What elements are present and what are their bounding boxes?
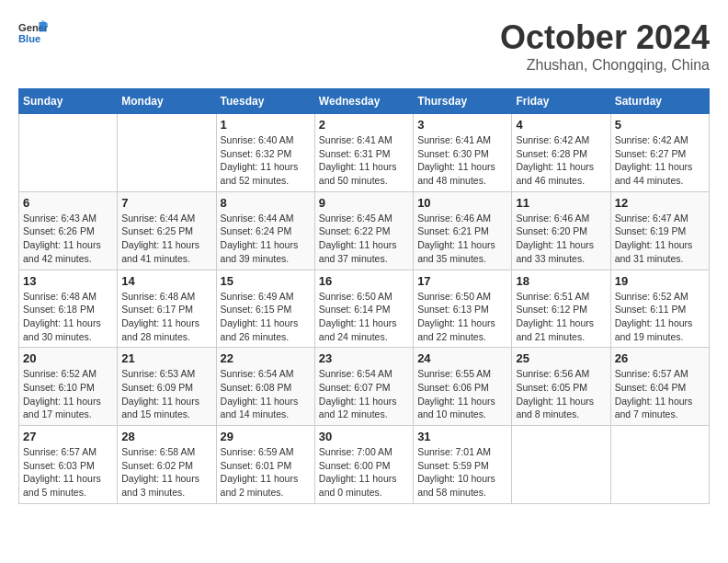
- day-number: 25: [516, 351, 606, 365]
- weekday-header-wednesday: Wednesday: [314, 89, 413, 114]
- day-number: 15: [221, 274, 311, 288]
- day-number: 1: [221, 118, 311, 132]
- svg-text:Blue: Blue: [18, 33, 40, 44]
- calendar-cell: 3Sunrise: 6:41 AMSunset: 6:30 PMDaylight…: [414, 114, 512, 192]
- day-info: Sunrise: 6:55 AMSunset: 6:06 PMDaylight:…: [417, 367, 507, 421]
- day-number: 11: [516, 196, 606, 210]
- day-number: 13: [23, 274, 113, 288]
- calendar-cell: 26Sunrise: 6:57 AMSunset: 6:04 PMDayligh…: [610, 348, 709, 426]
- calendar-cell: 2Sunrise: 6:41 AMSunset: 6:31 PMDaylight…: [314, 114, 413, 192]
- weekday-header-monday: Monday: [118, 89, 216, 114]
- day-number: 31: [417, 430, 507, 443]
- day-info: Sunrise: 6:45 AMSunset: 6:22 PMDaylight:…: [319, 212, 409, 266]
- day-number: 6: [23, 196, 113, 210]
- calendar-cell: 22Sunrise: 6:54 AMSunset: 6:08 PMDayligh…: [216, 348, 314, 426]
- calendar-cell: 31Sunrise: 7:01 AMSunset: 5:59 PMDayligh…: [414, 426, 512, 504]
- day-info: Sunrise: 6:47 AMSunset: 6:19 PMDaylight:…: [615, 212, 705, 266]
- logo-icon: General Blue: [18, 18, 48, 48]
- day-number: 16: [319, 274, 409, 288]
- day-info: Sunrise: 7:00 AMSunset: 6:00 PMDaylight:…: [319, 445, 409, 500]
- calendar-cell: 17Sunrise: 6:50 AMSunset: 6:13 PMDayligh…: [414, 270, 512, 348]
- day-info: Sunrise: 7:01 AMSunset: 5:59 PMDaylight:…: [417, 445, 507, 500]
- day-number: 27: [23, 430, 113, 443]
- day-number: 20: [23, 351, 113, 365]
- calendar-cell: 27Sunrise: 6:57 AMSunset: 6:03 PMDayligh…: [19, 426, 118, 504]
- day-info: Sunrise: 6:54 AMSunset: 6:07 PMDaylight:…: [319, 367, 409, 421]
- day-info: Sunrise: 6:56 AMSunset: 6:05 PMDaylight:…: [516, 367, 606, 421]
- day-number: 10: [417, 196, 507, 210]
- calendar-cell: 4Sunrise: 6:42 AMSunset: 6:28 PMDaylight…: [512, 114, 610, 192]
- calendar-cell: 9Sunrise: 6:45 AMSunset: 6:22 PMDaylight…: [314, 191, 413, 270]
- calendar-cell: 1Sunrise: 6:40 AMSunset: 6:32 PMDaylight…: [216, 114, 314, 192]
- weekday-header-saturday: Saturday: [610, 89, 709, 114]
- calendar-cell: 8Sunrise: 6:44 AMSunset: 6:24 PMDaylight…: [216, 191, 314, 270]
- title-area: October 2024 Zhushan, Chongqing, China: [500, 18, 710, 74]
- calendar-cell: 28Sunrise: 6:58 AMSunset: 6:02 PMDayligh…: [118, 426, 216, 504]
- day-number: 9: [319, 196, 409, 210]
- week-row-3: 13Sunrise: 6:48 AMSunset: 6:18 PMDayligh…: [19, 270, 710, 348]
- day-info: Sunrise: 6:44 AMSunset: 6:25 PMDaylight:…: [121, 212, 211, 266]
- day-info: Sunrise: 6:46 AMSunset: 6:21 PMDaylight:…: [417, 212, 507, 266]
- day-info: Sunrise: 6:44 AMSunset: 6:24 PMDaylight:…: [221, 212, 311, 266]
- week-row-4: 20Sunrise: 6:52 AMSunset: 6:10 PMDayligh…: [19, 348, 710, 426]
- calendar-cell: 24Sunrise: 6:55 AMSunset: 6:06 PMDayligh…: [414, 348, 512, 426]
- calendar-cell: 14Sunrise: 6:48 AMSunset: 6:17 PMDayligh…: [118, 270, 216, 348]
- calendar-cell: 12Sunrise: 6:47 AMSunset: 6:19 PMDayligh…: [610, 191, 709, 270]
- day-number: 26: [615, 351, 705, 365]
- day-info: Sunrise: 6:48 AMSunset: 6:17 PMDaylight:…: [121, 290, 211, 344]
- day-info: Sunrise: 6:43 AMSunset: 6:26 PMDaylight:…: [23, 212, 113, 266]
- day-info: Sunrise: 6:46 AMSunset: 6:20 PMDaylight:…: [516, 212, 606, 266]
- calendar-cell: 29Sunrise: 6:59 AMSunset: 6:01 PMDayligh…: [216, 426, 314, 504]
- calendar-cell: 19Sunrise: 6:52 AMSunset: 6:11 PMDayligh…: [610, 270, 709, 348]
- day-info: Sunrise: 6:49 AMSunset: 6:15 PMDaylight:…: [221, 290, 311, 344]
- calendar-cell: 25Sunrise: 6:56 AMSunset: 6:05 PMDayligh…: [512, 348, 610, 426]
- calendar-cell: 23Sunrise: 6:54 AMSunset: 6:07 PMDayligh…: [314, 348, 413, 426]
- week-row-2: 6Sunrise: 6:43 AMSunset: 6:26 PMDaylight…: [19, 191, 710, 270]
- calendar-cell: [512, 426, 610, 504]
- day-info: Sunrise: 6:58 AMSunset: 6:02 PMDaylight:…: [121, 445, 211, 500]
- day-number: 19: [615, 274, 705, 288]
- day-number: 7: [121, 196, 211, 210]
- calendar-table: SundayMondayTuesdayWednesdayThursdayFrid…: [18, 88, 710, 504]
- calendar-cell: [19, 114, 118, 192]
- day-number: 3: [417, 118, 507, 132]
- calendar-cell: 21Sunrise: 6:53 AMSunset: 6:09 PMDayligh…: [118, 348, 216, 426]
- day-info: Sunrise: 6:59 AMSunset: 6:01 PMDaylight:…: [221, 445, 311, 500]
- week-row-1: 1Sunrise: 6:40 AMSunset: 6:32 PMDaylight…: [19, 114, 710, 192]
- day-number: 4: [516, 118, 606, 132]
- day-number: 12: [615, 196, 705, 210]
- day-info: Sunrise: 6:52 AMSunset: 6:10 PMDaylight:…: [23, 367, 113, 421]
- weekday-header-thursday: Thursday: [414, 89, 512, 114]
- calendar-cell: 20Sunrise: 6:52 AMSunset: 6:10 PMDayligh…: [19, 348, 118, 426]
- day-number: 2: [319, 118, 409, 132]
- page-header: General Blue October 2024 Zhushan, Chong…: [18, 18, 710, 74]
- calendar-cell: 18Sunrise: 6:51 AMSunset: 6:12 PMDayligh…: [512, 270, 610, 348]
- day-info: Sunrise: 6:41 AMSunset: 6:31 PMDaylight:…: [319, 133, 409, 188]
- day-info: Sunrise: 6:41 AMSunset: 6:30 PMDaylight:…: [417, 133, 507, 188]
- day-info: Sunrise: 6:53 AMSunset: 6:09 PMDaylight:…: [121, 367, 211, 421]
- day-number: 29: [221, 430, 311, 443]
- weekday-header-row: SundayMondayTuesdayWednesdayThursdayFrid…: [19, 89, 710, 114]
- calendar-cell: 16Sunrise: 6:50 AMSunset: 6:14 PMDayligh…: [314, 270, 413, 348]
- day-number: 21: [121, 351, 211, 365]
- calendar-cell: 5Sunrise: 6:42 AMSunset: 6:27 PMDaylight…: [610, 114, 709, 192]
- calendar-cell: [610, 426, 709, 504]
- calendar-cell: 7Sunrise: 6:44 AMSunset: 6:25 PMDaylight…: [118, 191, 216, 270]
- day-info: Sunrise: 6:57 AMSunset: 6:03 PMDaylight:…: [23, 445, 113, 500]
- day-number: 23: [319, 351, 409, 365]
- day-number: 28: [121, 430, 211, 443]
- day-info: Sunrise: 6:57 AMSunset: 6:04 PMDaylight:…: [615, 367, 705, 421]
- calendar-cell: [118, 114, 216, 192]
- day-info: Sunrise: 6:52 AMSunset: 6:11 PMDaylight:…: [615, 290, 705, 344]
- week-row-5: 27Sunrise: 6:57 AMSunset: 6:03 PMDayligh…: [19, 426, 710, 504]
- calendar-cell: 6Sunrise: 6:43 AMSunset: 6:26 PMDaylight…: [19, 191, 118, 270]
- calendar-cell: 15Sunrise: 6:49 AMSunset: 6:15 PMDayligh…: [216, 270, 314, 348]
- day-info: Sunrise: 6:40 AMSunset: 6:32 PMDaylight:…: [221, 133, 311, 188]
- day-info: Sunrise: 6:42 AMSunset: 6:27 PMDaylight:…: [615, 133, 705, 188]
- calendar-cell: 10Sunrise: 6:46 AMSunset: 6:21 PMDayligh…: [414, 191, 512, 270]
- day-number: 17: [417, 274, 507, 288]
- day-number: 30: [319, 430, 409, 443]
- day-number: 18: [516, 274, 606, 288]
- day-info: Sunrise: 6:50 AMSunset: 6:14 PMDaylight:…: [319, 290, 409, 344]
- day-info: Sunrise: 6:51 AMSunset: 6:12 PMDaylight:…: [516, 290, 606, 344]
